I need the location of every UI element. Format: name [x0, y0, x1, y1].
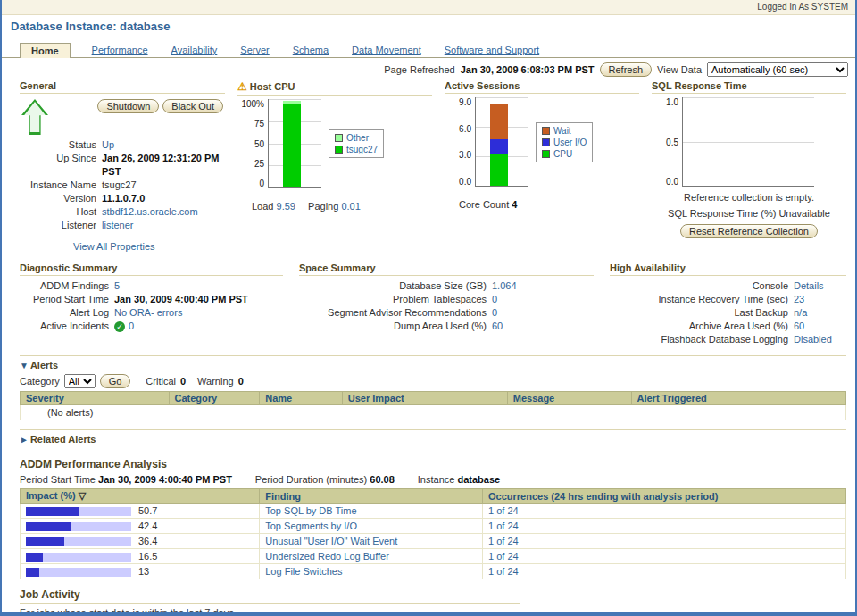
last-backup-label: Last Backup [610, 306, 788, 320]
dump-area-value-link[interactable]: 60 [492, 320, 503, 333]
general-row-up-since: Up Since Jan 26, 2009 12:31:20 PM PST [20, 152, 225, 179]
go-button[interactable]: Go [100, 374, 131, 388]
legend-other-link[interactable]: Other [346, 132, 369, 144]
occurrences-link[interactable]: 1 of 24 [488, 566, 519, 577]
problem-tablespaces-value-link[interactable]: 0 [492, 293, 497, 306]
related-alerts-section: ►Related Alerts [20, 434, 846, 445]
shutdown-button[interactable]: Shutdown [97, 99, 159, 113]
no-alerts-cell: (No alerts) [21, 405, 846, 420]
ytick: 9.0 [459, 97, 471, 107]
impact-bar-fill [26, 507, 79, 516]
addm-findings-table: Impact (%) ▽ Finding Occurrences (24 hrs… [20, 488, 846, 579]
impact-bar-track [26, 522, 131, 531]
addm-info-row: Period Start Time Jan 30, 2009 4:00:40 P… [20, 474, 846, 485]
general-section: General Shutdown Black Out Status Up Up … [20, 80, 225, 252]
job-activity-section: Job Activity For jobs whose start date i… [20, 588, 846, 616]
view-data-label: View Data [657, 64, 702, 75]
legend-wait-link[interactable]: Wait [553, 125, 571, 137]
impact-bar-fill [26, 553, 43, 562]
finding-link[interactable]: Unusual "User I/O" Wait Event [265, 536, 397, 546]
legend-cpu-link[interactable]: CPU [553, 148, 572, 160]
recovery-time-value-link[interactable]: 23 [794, 293, 804, 306]
status-value-link[interactable]: Up [102, 138, 114, 152]
tab-performance[interactable]: Performance [90, 43, 150, 57]
green-check-icon: ✓ [114, 321, 125, 332]
cpu-segment[interactable] [490, 154, 508, 186]
refresh-button[interactable]: Refresh [600, 62, 653, 77]
active-sessions-plot [475, 97, 528, 187]
ytick: 3.0 [459, 150, 471, 160]
last-backup-value-link[interactable]: n/a [794, 306, 807, 320]
cpu-color-chip [542, 150, 550, 158]
view-data-select[interactable]: Automatically (60 sec) [707, 62, 848, 77]
legend-tsugc27-link[interactable]: tsugc27 [346, 144, 378, 155]
addm-instance-label: Instance [418, 474, 455, 485]
paging-value-link[interactable]: 0.01 [341, 201, 360, 212]
listener-value-link[interactable]: listener [102, 219, 133, 232]
host-cpu-bar [283, 99, 301, 187]
category-select[interactable]: All [64, 374, 96, 388]
addm-row: 13 Log File Switches 1 of 24 [21, 564, 846, 579]
alert-log-value-link[interactable]: No ORA- errors [114, 306, 182, 320]
general-row-version: Version 11.1.0.7.0 [20, 192, 225, 205]
addm-table-header-row: Impact (%) ▽ Finding Occurrences (24 hrs… [21, 489, 846, 504]
view-all-properties-link[interactable]: View All Properties [73, 241, 155, 252]
tab-schema[interactable]: Schema [291, 43, 330, 57]
expand-triangle-icon[interactable]: ► [20, 435, 29, 445]
ytick: 75 [254, 119, 264, 129]
impact-value: 42.4 [138, 520, 157, 531]
wait-segment[interactable] [490, 104, 508, 139]
paging-label: Paging [308, 201, 338, 212]
impact-header[interactable]: Impact (%) ▽ [21, 489, 260, 504]
ytick: 0 [259, 179, 264, 188]
occurrences-link[interactable]: 1 of 24 [488, 520, 519, 531]
archive-area-value-link[interactable]: 60 [794, 320, 804, 333]
core-count-label: Core Count [459, 199, 509, 210]
sort-descending-icon[interactable]: ▽ [79, 490, 86, 501]
blackout-button[interactable]: Black Out [162, 99, 223, 113]
impact-header-label[interactable]: Impact (%) [26, 490, 76, 501]
space-summary-title: Space Summary [299, 262, 594, 276]
load-value-link[interactable]: 9.59 [277, 201, 295, 212]
tab-availability[interactable]: Availability [170, 43, 220, 57]
ytick: 100% [241, 99, 264, 109]
diagnostic-summary-title: Diagnostic Summary [20, 262, 283, 276]
finding-link[interactable]: Undersized Redo Log Buffer [265, 551, 389, 562]
tab-software-and-support[interactable]: Software and Support [443, 43, 541, 57]
finding-link[interactable]: Top SQL by DB Time [265, 505, 356, 516]
legend-user-io-link[interactable]: User I/O [553, 137, 587, 148]
database-size-value-link[interactable]: 1.064 [492, 279, 517, 293]
occurrences-link[interactable]: 1 of 24 [488, 505, 519, 516]
segment-advisor-value-link[interactable]: 0 [492, 306, 497, 320]
tab-server[interactable]: Server [238, 43, 270, 57]
collapse-triangle-icon[interactable]: ▼ [20, 361, 29, 370]
addm-findings-value-link[interactable]: 5 [114, 279, 120, 293]
dump-area-row: Dump Area Used (%) 60 [299, 320, 594, 333]
segment-advisor-row: Segment Advisor Recommendations 0 [299, 306, 594, 320]
host-value-link[interactable]: stbdf12.us.oracle.com [102, 205, 198, 219]
active-sessions-bar [490, 97, 508, 186]
archive-area-label: Archive Area Used (%) [610, 320, 788, 333]
em-database-home-page: Logged in As SYSTEM Database Instance: d… [0, 0, 857, 616]
wait-color-chip [542, 127, 550, 135]
sql-response-title: SQL Response Time [652, 80, 846, 94]
finding-link[interactable]: Top Segments by I/O [265, 520, 357, 531]
occurrences-link[interactable]: 1 of 24 [488, 551, 519, 562]
instance-name-value: tsugc27 [102, 179, 137, 192]
tab-data-movement[interactable]: Data Movement [350, 43, 423, 57]
host-cpu-chart: 100% 75 50 25 0 [237, 99, 432, 188]
tab-home[interactable]: Home [20, 43, 71, 58]
version-label: Version [20, 192, 96, 205]
impact-value: 16.5 [138, 551, 157, 562]
occurrences-link[interactable]: 1 of 24 [488, 536, 519, 546]
user-io-segment[interactable] [490, 139, 508, 154]
category-header: Category [169, 392, 260, 405]
reset-reference-collection-button[interactable]: Reset Reference Collection [680, 224, 818, 238]
active-incidents-value-link[interactable]: 0 [129, 320, 134, 331]
period-start-row: Period Start Time Jan 30, 2009 4:00:40 P… [20, 293, 283, 306]
flashback-value-link[interactable]: Disabled [794, 333, 832, 346]
active-sessions-yaxis: 9.0 6.0 3.0 0.0 [445, 97, 471, 187]
host-cpu-tsugc27-segment[interactable] [283, 104, 301, 187]
finding-link[interactable]: Log File Switches [265, 566, 342, 577]
console-details-link[interactable]: Details [794, 279, 824, 293]
